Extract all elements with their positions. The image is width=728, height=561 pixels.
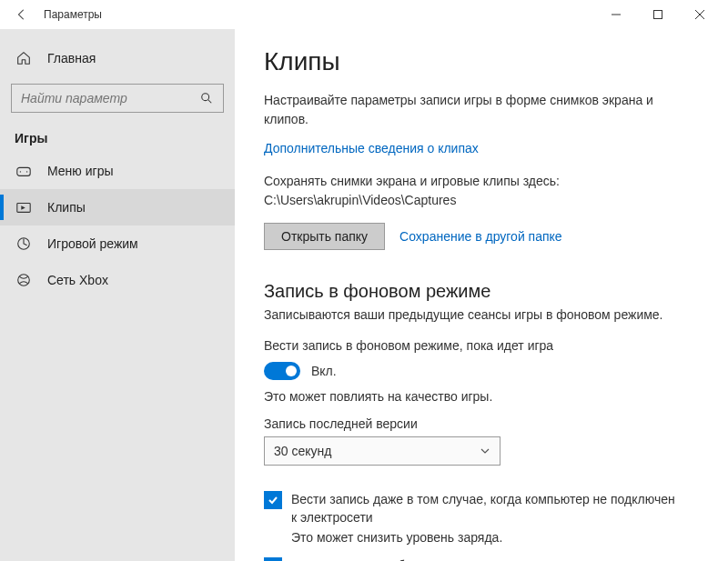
svg-rect-2 xyxy=(17,167,30,175)
last-version-dropdown[interactable]: 30 секунд xyxy=(264,436,500,466)
page-description: Настраивайте параметры записи игры в фор… xyxy=(264,91,682,129)
sidebar-item-label: Сеть Xbox xyxy=(47,273,108,287)
maximize-button[interactable] xyxy=(637,0,679,29)
background-toggle[interactable] xyxy=(264,362,300,380)
background-subtitle: Записываются ваши предыдущие сеансы игры… xyxy=(264,307,699,322)
sidebar-item-captures[interactable]: Клипы xyxy=(0,189,235,225)
search-box[interactable] xyxy=(11,84,224,113)
checkbox-battery-hint: Это может снизить уровень заряда. xyxy=(291,530,699,545)
titlebar: Параметры xyxy=(0,0,728,29)
svg-point-3 xyxy=(20,171,21,172)
last-version-label: Запись последней версии xyxy=(264,416,699,431)
window-title: Параметры xyxy=(44,8,102,21)
svg-point-4 xyxy=(26,171,27,172)
sidebar: Главная Игры Меню игры Клипы xyxy=(0,29,235,561)
search-input[interactable] xyxy=(21,91,199,105)
checkbox-wireless[interactable] xyxy=(264,557,282,561)
sidebar-item-game-bar[interactable]: Меню игры xyxy=(0,153,235,189)
sidebar-item-xbox-network[interactable]: Сеть Xbox xyxy=(0,262,235,298)
checkbox-battery-label: Вести запись даже в том случае, когда ко… xyxy=(291,491,682,526)
sidebar-home-label: Главная xyxy=(47,51,96,65)
background-heading: Запись в фоновом режиме xyxy=(264,281,699,302)
search-icon xyxy=(199,91,214,105)
background-toggle-state: Вкл. xyxy=(311,364,337,378)
page-title: Клипы xyxy=(264,47,699,76)
svg-point-1 xyxy=(202,94,209,101)
svg-rect-0 xyxy=(654,11,662,19)
open-folder-button[interactable]: Открыть папку xyxy=(264,223,385,250)
background-toggle-hint: Это может повлиять на качество игры. xyxy=(264,389,699,404)
chevron-down-icon xyxy=(480,446,490,456)
checkbox-battery[interactable] xyxy=(264,491,282,509)
sidebar-item-label: Меню игры xyxy=(47,164,114,178)
sidebar-item-game-mode[interactable]: Игровой режим xyxy=(0,225,235,262)
checkbox-wireless-label: Вести запись при беспроводном проецирова… xyxy=(291,557,622,561)
minimize-button[interactable] xyxy=(595,0,637,29)
save-other-folder-link[interactable]: Сохранение в другой папке xyxy=(399,229,562,244)
sidebar-home[interactable]: Главная xyxy=(0,40,235,76)
sidebar-section-label: Игры xyxy=(0,116,235,153)
xbox-icon xyxy=(15,271,33,289)
sidebar-item-label: Игровой режим xyxy=(47,236,138,251)
svg-point-7 xyxy=(18,275,30,286)
back-button[interactable] xyxy=(7,0,36,29)
sidebar-item-label: Клипы xyxy=(47,200,86,215)
checkbox-row-wireless: Вести запись при беспроводном проецирова… xyxy=(264,557,682,561)
game-bar-icon xyxy=(15,162,33,180)
close-button[interactable] xyxy=(679,0,721,29)
dropdown-value: 30 секунд xyxy=(274,444,331,458)
main-content: Клипы Настраивайте параметры записи игры… xyxy=(235,29,728,561)
home-icon xyxy=(15,49,33,67)
captures-icon xyxy=(15,198,33,216)
checkbox-row-battery: Вести запись даже в том случае, когда ко… xyxy=(264,491,682,526)
more-info-link[interactable]: Дополнительные сведения о клипах xyxy=(264,141,479,155)
background-toggle-label: Вести запись в фоновом режиме, пока идет… xyxy=(264,338,699,353)
save-location: Сохранять снимки экрана и игровые клипы … xyxy=(264,172,682,210)
game-mode-icon xyxy=(15,235,33,253)
